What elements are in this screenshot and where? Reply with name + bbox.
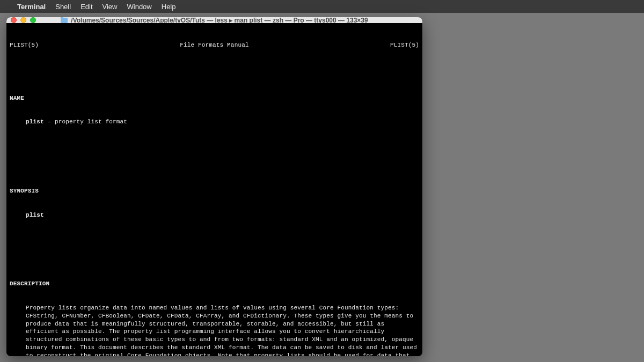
section-description-heading: DESCRIPTION xyxy=(10,280,419,288)
menu-shell[interactable]: Shell xyxy=(55,3,71,11)
section-synopsis-heading: SYNOPSIS xyxy=(10,187,419,195)
close-button[interactable] xyxy=(11,17,17,23)
name-line: plist – property list format xyxy=(10,118,419,126)
manpage-header: PLIST(5) File Formats Manual PLIST(5) xyxy=(10,41,419,49)
name-cmd: plist xyxy=(26,119,44,125)
menu-view[interactable]: View xyxy=(103,3,118,11)
window-titlebar[interactable]: /Volumes/Sources/Sources/Apple/tvOS/Tuts… xyxy=(6,17,422,23)
terminal-window: /Volumes/Sources/Sources/Apple/tvOS/Tuts… xyxy=(6,17,422,356)
name-rest: – property list format xyxy=(44,119,127,125)
zoom-button[interactable] xyxy=(30,17,36,23)
menu-help[interactable]: Help xyxy=(162,3,176,11)
synopsis-line: plist xyxy=(10,211,419,219)
manpage-header-right: PLIST(5) xyxy=(390,41,419,49)
menu-window[interactable]: Window xyxy=(127,3,152,11)
app-menu[interactable]: Terminal xyxy=(17,3,46,11)
manpage-header-left: PLIST(5) xyxy=(10,41,39,49)
terminal-content[interactable]: PLIST(5) File Formats Manual PLIST(5) NA… xyxy=(6,23,422,356)
description-p1: Property lists organize data into named … xyxy=(10,304,419,356)
macos-menubar: Terminal Shell Edit View Window Help xyxy=(0,0,644,13)
traffic-lights xyxy=(11,17,36,23)
manpage-header-center: File Formats Manual xyxy=(180,41,248,49)
folder-icon xyxy=(61,18,68,23)
menu-edit[interactable]: Edit xyxy=(80,3,92,11)
section-name-heading: NAME xyxy=(10,94,419,102)
minimize-button[interactable] xyxy=(20,17,26,23)
